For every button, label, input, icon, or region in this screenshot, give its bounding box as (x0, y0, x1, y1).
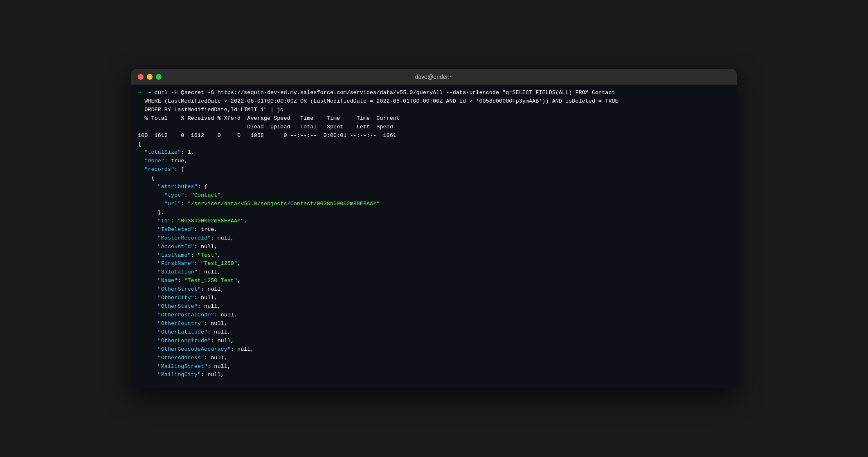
json-masterrecordid: "MasterRecordId": null, (138, 234, 730, 243)
json-accountid: "AccountId": null, (138, 243, 730, 251)
json-isdeleted: "IsDeleted": true, (138, 226, 730, 234)
json-otherlongitude: "OtherLongitude": null, (138, 337, 730, 345)
json-records-key: "records": [ (138, 166, 730, 174)
json-lastname: "LastName": "Test", (138, 251, 730, 260)
json-otheraddress: "OtherAddress": null, (138, 354, 730, 363)
json-open-brace: { (138, 140, 730, 149)
json-type: "type": "Contact", (138, 191, 730, 200)
prompt-arrow: → (138, 90, 141, 96)
json-mailingstreet: "MailingStreet": null, (138, 363, 730, 371)
json-totalsize: "totalSize": 1, (138, 148, 730, 157)
json-records-open: { (138, 174, 730, 183)
traffic-lights (138, 74, 162, 80)
json-url: "url": "/services/data/v55.0/sobjects/Co… (138, 200, 730, 208)
json-attributes-key: "attributes": { (138, 183, 730, 191)
json-otherpostalcode: "OtherPostalCode": null, (138, 311, 730, 320)
prompt-tilde: ~ (144, 90, 154, 96)
window-title: dave@ender:~ (415, 74, 453, 80)
command-line-3: ORDER BY LastModifiedDate,Id LIMIT 1" | … (138, 106, 730, 114)
json-name: "Name": "Test_1250 Test", (138, 277, 730, 285)
json-otherlatitude: "OtherLatitude": null, (138, 328, 730, 337)
terminal-window: dave@ender:~ → ~ curl -H @secret -G http… (131, 69, 737, 388)
json-done: "done": true, (138, 157, 730, 166)
command-line: → ~ curl -H @secret -G https://sequin-de… (138, 89, 730, 97)
terminal-body[interactable]: → ~ curl -H @secret -G https://sequin-de… (131, 85, 737, 388)
command-line-2: WHERE (LastModifiedDate > 2022-08-01T00:… (138, 97, 730, 106)
json-salutation: "Salutation": null, (138, 268, 730, 277)
maximize-button[interactable] (156, 74, 162, 80)
json-otherstate: "OtherState": null, (138, 302, 730, 311)
json-id: "Id": "0038b00002m88EBAAY", (138, 217, 730, 226)
curl-stats-values: 100 1612 0 1612 0 0 1058 0 --:--:-- 0:00… (138, 132, 730, 140)
json-othercity: "OtherCity": null, (138, 294, 730, 302)
command-text: curl -H @secret -G https://sequin-dev-ed… (155, 90, 615, 96)
json-mailingcity: "MailingCity": null, (138, 371, 730, 379)
json-attributes-close: }, (138, 208, 730, 217)
minimize-button[interactable] (147, 74, 153, 80)
json-otherstreet: "OtherStreet": null, (138, 285, 730, 294)
title-bar: dave@ender:~ (131, 69, 737, 85)
json-firstname: "FirstName": "Test_1250", (138, 260, 730, 268)
json-othercountry: "OtherCountry": null, (138, 320, 730, 328)
close-button[interactable] (138, 74, 144, 80)
curl-stats-subheader: Dload Upload Total Spent Left Speed (138, 123, 730, 132)
json-othergeocodeaccuracy: "OtherGeocodeAccuracy": null, (138, 345, 730, 354)
curl-stats-header: % Total % Received % Xferd Average Speed… (138, 114, 730, 123)
